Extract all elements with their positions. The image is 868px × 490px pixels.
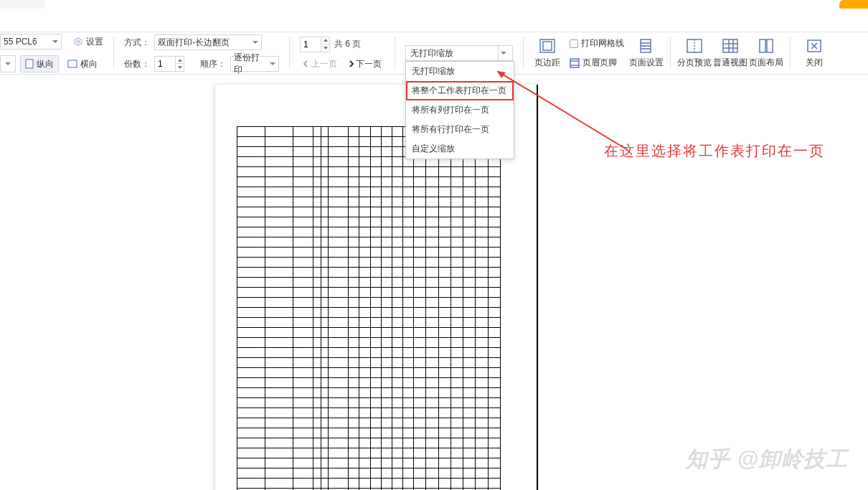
- zoom-option-none[interactable]: 无打印缩放: [406, 62, 514, 81]
- page-up[interactable]: [321, 37, 329, 44]
- triangle-down-icon: [324, 47, 328, 50]
- copies-input[interactable]: [155, 59, 175, 69]
- zoom-option-fit-rows[interactable]: 将所有行打印在一页: [406, 120, 514, 139]
- page-edge: [537, 85, 538, 490]
- page-break-icon: [686, 38, 703, 54]
- next-page-button[interactable]: 下一页: [344, 58, 385, 70]
- gridlines-label: 打印网格线: [581, 37, 624, 50]
- page-down[interactable]: [321, 44, 329, 52]
- zoom-scale-select[interactable]: 无打印缩放: [405, 45, 513, 61]
- triangle-up-icon: [178, 59, 182, 62]
- page-layout-icon: [758, 38, 775, 54]
- copies-label: 份数：: [124, 58, 150, 70]
- svg-rect-4: [543, 42, 552, 50]
- prev-label: 上一页: [311, 58, 337, 70]
- page-portrait-icon: [25, 59, 34, 69]
- margin-icon: [539, 38, 556, 54]
- chevron-down-icon: [5, 62, 11, 65]
- separator: [113, 37, 114, 70]
- orientation-portrait-button[interactable]: 纵向: [20, 55, 59, 72]
- close-button[interactable]: 关闭: [796, 35, 832, 71]
- chevron-left-icon: [303, 60, 310, 67]
- triangle-down-icon: [178, 66, 182, 69]
- page-landscape-icon: [67, 60, 77, 68]
- separator: [670, 37, 671, 70]
- page-break-preview-button[interactable]: 分页预览: [676, 35, 712, 71]
- zoom-dropdown-list: 无打印缩放 将整个工作表打印在一页 将所有列打印在一页 将所有行打印在一页 自定…: [405, 61, 514, 159]
- svg-rect-17: [767, 39, 773, 52]
- page-layout-button[interactable]: 页面布局: [748, 35, 784, 71]
- printer-select[interactable]: 55 PCL6: [0, 34, 62, 50]
- copies-up[interactable]: [175, 57, 184, 64]
- prev-page-button[interactable]: 上一页: [300, 58, 340, 70]
- page-setup-button[interactable]: 页面设置: [628, 35, 664, 71]
- margin-label: 页边距: [534, 57, 560, 69]
- svg-rect-2: [68, 60, 77, 67]
- printer-settings-button[interactable]: 设置: [73, 36, 103, 48]
- zoom-current: 无打印缩放: [410, 47, 453, 60]
- header-footer-label: 页眉页脚: [582, 57, 617, 69]
- landscape-label: 横向: [80, 58, 98, 70]
- settings-label: 设置: [86, 36, 103, 48]
- separator: [395, 37, 395, 70]
- zoom-option-custom[interactable]: 自定义缩放: [406, 139, 514, 159]
- copies-stepper[interactable]: [154, 56, 184, 72]
- page-number-input[interactable]: [301, 39, 321, 50]
- zoom-option-fit-sheet[interactable]: 将整个工作表打印在一页: [406, 81, 514, 100]
- annotation-text: 在这里选择将工作表打印在一页: [604, 141, 825, 161]
- chevron-down-icon: [270, 62, 275, 65]
- zoom-option-fit-columns[interactable]: 将所有列打印在一页: [406, 100, 514, 120]
- close-label: 关闭: [806, 57, 823, 69]
- next-label: 下一页: [356, 58, 382, 70]
- page-number-stepper[interactable]: [300, 37, 330, 52]
- collate-button[interactable]: [0, 55, 16, 72]
- normal-view-button[interactable]: 普通视图: [712, 35, 748, 71]
- svg-rect-11: [723, 39, 737, 52]
- print-toolbar: 55 PCL6 设置 纵向 横向 方式：: [0, 32, 868, 75]
- document-tab-bg: [44, 0, 868, 9]
- mode-value: 双面打印-长边翻页: [158, 37, 230, 49]
- svg-point-0: [77, 40, 80, 43]
- gear-icon: [73, 37, 83, 47]
- total-pages: 共 6 页: [334, 38, 361, 50]
- order-label: 顺序：: [200, 58, 226, 70]
- header-footer-icon: [570, 58, 580, 68]
- page-setup-icon: [638, 38, 655, 54]
- print-order-select[interactable]: 逐份打印: [230, 56, 279, 72]
- svg-rect-1: [26, 60, 33, 68]
- chevron-down-icon: [52, 40, 58, 43]
- portrait-label: 纵向: [37, 58, 54, 70]
- window-tab-strip: [0, 0, 868, 9]
- print-gridlines-checkbox[interactable]: 打印网格线: [570, 37, 624, 50]
- close-icon: [806, 38, 823, 54]
- chevron-down-icon: [253, 41, 258, 44]
- normal-view-icon: [722, 38, 739, 54]
- page-break-label: 分页预览: [677, 57, 712, 69]
- separator: [523, 37, 524, 70]
- chevron-down-icon: [501, 52, 506, 55]
- svg-rect-16: [760, 39, 765, 52]
- page-margin-button[interactable]: 页边距: [529, 35, 565, 71]
- mode-label: 方式：: [124, 37, 150, 49]
- svg-rect-5: [570, 59, 579, 67]
- normal-view-label: 普通视图: [713, 57, 747, 69]
- page-setup-label: 页面设置: [629, 57, 664, 69]
- chevron-right-icon: [347, 60, 354, 67]
- copies-down[interactable]: [175, 64, 184, 71]
- triangle-up-icon: [324, 39, 328, 42]
- page-layout-label: 页面布局: [749, 57, 783, 69]
- preview-grid: [237, 126, 501, 490]
- order-value: 逐份打印: [234, 52, 265, 76]
- separator: [790, 37, 791, 70]
- zoom-dropdown-toggle[interactable]: [498, 46, 508, 60]
- print-mode-select[interactable]: 双面打印-长边翻页: [154, 34, 262, 50]
- header-footer-button[interactable]: 页眉页脚: [570, 57, 624, 69]
- checkbox-icon: [570, 39, 578, 48]
- orientation-landscape-button[interactable]: 横向: [63, 55, 102, 72]
- printer-name: 55 PCL6: [4, 37, 37, 47]
- separator: [289, 37, 290, 70]
